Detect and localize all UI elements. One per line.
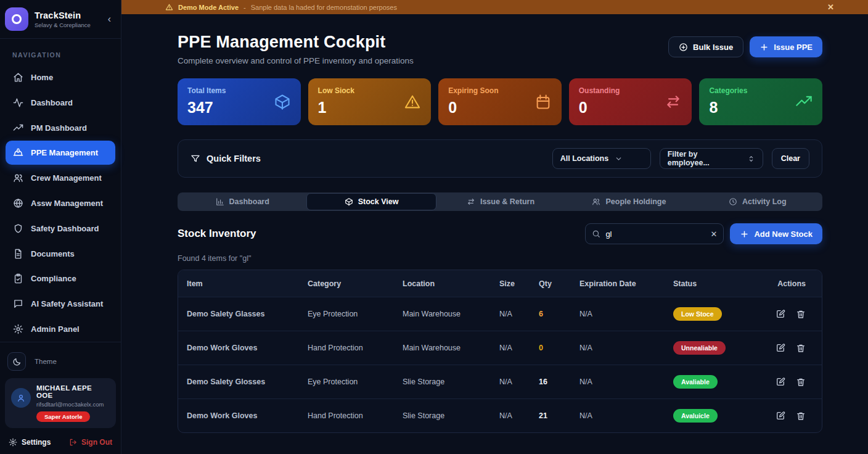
table-row: Demo Salety Glosses Eye Protection Slie …	[178, 365, 822, 398]
user-name: MICHAEL AEPE OOE	[36, 384, 110, 399]
issue-ppe-button[interactable]: Issue PPE	[750, 36, 822, 57]
sidebar-item-documents[interactable]: Documents	[6, 242, 115, 266]
clear-search-icon[interactable]: ✕	[710, 229, 717, 239]
stock-inventory-table: Item Category Location Size Qty Expirati…	[178, 270, 822, 433]
sidebar-item-label: Admin Panel	[31, 324, 80, 334]
bulk-issue-label: Bulk Issue	[693, 43, 733, 52]
cell-category: Hand Protection	[299, 411, 394, 420]
stat-label: Categories	[709, 86, 747, 95]
sidebar-item-label: Dashboard	[31, 98, 73, 107]
stock-search-input[interactable]	[605, 229, 705, 239]
cell-location: Slie Storage	[394, 411, 491, 420]
sidebar-item-ai-safety-assistant[interactable]: AI Safety Assistant	[6, 292, 115, 316]
trash-icon[interactable]	[796, 411, 806, 421]
users-icon	[13, 173, 23, 183]
trash-icon[interactable]	[796, 309, 806, 319]
shield-icon	[13, 223, 23, 234]
cell-category: Hand Protection	[299, 344, 394, 352]
tab-label: People Holdinge	[605, 197, 666, 206]
tab-stock-view[interactable]: Stock View	[306, 193, 436, 210]
sidebar-item-home[interactable]: Home	[6, 65, 115, 89]
app-name: TrackStein	[35, 10, 98, 20]
settings-button[interactable]: Settings	[9, 438, 51, 447]
sidebar-item-assw-management[interactable]: Assw Management	[6, 191, 115, 215]
tab-activity-log[interactable]: Activity Log	[694, 193, 822, 210]
arrows-exchange-icon	[467, 197, 475, 206]
sidebar-item-admin-panel[interactable]: Admin Panel	[6, 317, 115, 341]
role-badge: Saper Astorle	[36, 411, 90, 422]
package-icon	[274, 93, 291, 110]
location-select[interactable]: All Locations	[552, 148, 651, 169]
sidebar-item-safety-dashboard[interactable]: Safety Dashboard	[6, 217, 115, 241]
table-row: Demo Work Gloves Hand Protection Slie St…	[178, 398, 822, 432]
add-new-stock-button[interactable]: Add New Stock	[730, 223, 822, 244]
gear-icon	[9, 438, 17, 447]
sidebar-item-ppe-management[interactable]: PPE Management	[6, 141, 115, 165]
chevrons-up-down-icon	[747, 155, 755, 163]
history-clock-icon	[729, 197, 737, 206]
tab-people-holdings[interactable]: People Holdinge	[565, 193, 693, 210]
stat-label: Low Siock	[318, 86, 354, 95]
quick-filters-title: Quick Filters	[207, 154, 261, 163]
gear-icon	[13, 324, 23, 334]
sidebar-item-dashboard[interactable]: Dashboard	[6, 91, 115, 115]
chevron-down-icon	[615, 155, 623, 163]
edit-icon[interactable]	[776, 309, 785, 319]
tab-dashboard[interactable]: Dashboard	[178, 193, 306, 210]
theme-toggle-button[interactable]	[7, 352, 26, 371]
stat-label: Expiring Soon	[448, 86, 498, 95]
plus-icon	[760, 43, 769, 52]
user-card[interactable]: MICHAEL AEPE OOE rifsdltarl@rnoc3akelx.c…	[5, 378, 116, 428]
col-header-size: Size	[491, 279, 530, 288]
tab-label: Activity Log	[742, 197, 787, 206]
tab-label: Stock View	[358, 197, 399, 206]
employee-select-value: Filter by employee...	[668, 150, 741, 167]
sidebar-item-label: Assw Management	[31, 199, 103, 208]
stat-value: 0	[579, 99, 620, 117]
plus-icon	[740, 229, 749, 239]
page-title: PPE Management Cockpit	[178, 33, 414, 52]
sign-out-label: Sign Out	[81, 438, 112, 447]
table-row: Demo Salety Glasses Eye Protection Main …	[178, 297, 822, 331]
table-header-row: Item Category Location Size Qty Expirati…	[178, 270, 822, 297]
cell-size: N/A	[491, 344, 530, 352]
col-header-location: Location	[394, 279, 491, 288]
cell-qty: 16	[530, 378, 571, 386]
sidebar-item-compliance[interactable]: Compliance	[6, 267, 115, 291]
add-new-stock-label: Add New Stock	[754, 229, 813, 239]
cell-expiration: N/A	[571, 310, 665, 318]
location-select-value: All Locations	[560, 154, 608, 163]
home-icon	[13, 72, 23, 83]
sidebar-item-crew-management[interactable]: Crew Management	[6, 166, 115, 190]
cell-category: Eye Protection	[299, 378, 394, 386]
sidebar-item-label: Documents	[31, 249, 75, 258]
activity-icon	[13, 97, 23, 108]
trash-icon[interactable]	[796, 343, 806, 353]
edit-icon[interactable]	[776, 343, 785, 353]
employee-filter-select[interactable]: Filter by employee...	[660, 148, 763, 169]
trash-icon[interactable]	[796, 377, 806, 387]
bulk-issue-button[interactable]: Bulk Issue	[668, 36, 743, 57]
tab-issue-return[interactable]: Issue & Return	[436, 193, 565, 210]
globe-icon	[13, 198, 23, 208]
brand: TrackStein Selavy & Corepliance ‹	[0, 0, 121, 38]
user-email: rifsdltarl@rnoc3akelx.com	[36, 401, 110, 408]
sidebar-collapse-icon[interactable]: ‹	[104, 12, 115, 26]
stat-value: 0	[448, 99, 498, 117]
sidebar-item-label: AI Safety Assistant	[31, 299, 103, 308]
clear-filters-button[interactable]: Clear	[772, 148, 809, 169]
edit-icon[interactable]	[776, 411, 785, 421]
edit-icon[interactable]	[776, 377, 785, 387]
sign-out-button[interactable]: Sign Out	[69, 438, 112, 447]
col-header-item: Item	[178, 279, 299, 288]
sidebar-item-pm-dashboard[interactable]: PM Dashboard	[6, 116, 115, 140]
banner-separator: -	[244, 4, 246, 11]
trending-up-icon	[795, 93, 813, 110]
sidebar-item-label: Safety Dashboard	[31, 224, 99, 233]
alert-triangle-icon	[404, 93, 421, 110]
tab-label: Issue & Return	[480, 197, 534, 206]
issue-ppe-label: Issue PPE	[774, 43, 813, 52]
close-icon[interactable]: ✕	[827, 2, 834, 12]
sidebar-item-label: Crew Management	[31, 173, 102, 183]
col-header-category: Category	[299, 279, 394, 288]
